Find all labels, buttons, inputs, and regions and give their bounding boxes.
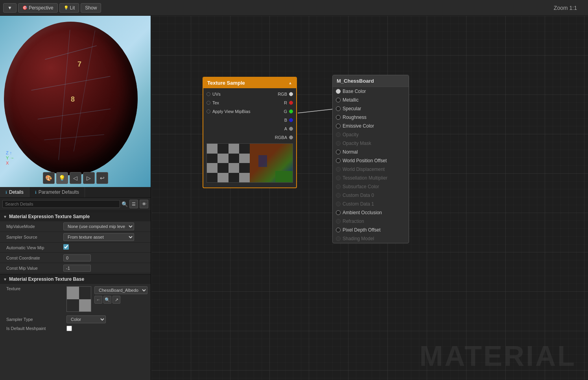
prop-sampler-source: Sampler Source From texture asset	[0, 232, 151, 243]
prop-automatic-view-mip: Automatic View Mip	[0, 243, 151, 253]
texture-browse-btn[interactable]: ↗	[112, 296, 120, 304]
node-collapse-icon[interactable]: ▲	[288, 81, 292, 85]
auto-view-mip-label: Automatic View Mip	[6, 245, 63, 250]
prop-mip-value-mode: MipValueMode None (use computed mip leve…	[0, 221, 151, 232]
viewport-ctrl-5[interactable]: ↩	[96, 172, 108, 184]
sampler-source-label: Sampler Source	[6, 235, 63, 239]
viewport-ctrl-2[interactable]: 💡	[56, 172, 68, 184]
pin-rgba-label: RGBA	[275, 135, 287, 140]
pin-specular: Specular	[333, 104, 409, 113]
sampler-type-label: Sampler Type	[6, 317, 63, 322]
pin-normal-circle	[336, 150, 341, 154]
z-axis: Z ↑	[6, 150, 14, 155]
section-texture-sample[interactable]: ▼ Material Expression Texture Sample	[0, 211, 151, 221]
pin-opacity-circle	[336, 132, 341, 137]
pin-ao-circle	[336, 210, 341, 215]
tab-parameter-defaults[interactable]: ℹ Parameter Defaults	[29, 187, 85, 197]
texture-label: Texture	[6, 286, 63, 291]
perspective-btn[interactable]: 🎯 Perspective	[18, 3, 58, 13]
pin-tex-circle	[206, 101, 210, 105]
viewport: 7 8 Z ↑ Y → X 🎨 💡 ◁ ▷ ↩	[0, 16, 151, 187]
pin-metallic: Metallic	[333, 96, 409, 104]
show-btn[interactable]: Show	[81, 3, 101, 13]
pin-custom-data-0: Custom Data 0	[333, 191, 409, 200]
pin-opacity-mask-circle	[336, 141, 341, 146]
pin-metallic-circle	[336, 98, 341, 102]
filter-btn[interactable]: 👁	[140, 200, 148, 208]
mip-value-mode-value[interactable]: None (use computed mip level)	[63, 222, 147, 230]
mchessboard-node[interactable]: M_ChessBoard Base Color Metallic Specula…	[332, 75, 409, 243]
graph-area[interactable]: Texture Sample ▲ UVs RGB	[151, 16, 588, 380]
pin-mipbias-left: Apply View MipBias	[206, 109, 250, 114]
auto-view-mip-checkbox[interactable]	[63, 244, 69, 250]
pin-uvs-circle	[206, 92, 210, 96]
viewport-background: 7 8 Z ↑ Y → X	[0, 16, 151, 187]
viewport-ctrl-1[interactable]: 🎨	[43, 172, 55, 184]
pin-uvs-label: UVs	[212, 92, 221, 96]
mip-value-mode-select[interactable]: None (use computed mip level)	[63, 222, 134, 230]
top-bar: ▼ 🎯 Perspective 💡 Lit Show Zoom 1:1	[0, 0, 588, 16]
tab-param-label: Parameter Defaults	[39, 189, 79, 195]
pin-subsurface-label: Subsurface Color	[343, 184, 379, 189]
section-texture-base-label: Material Expression Texture Base	[9, 276, 84, 282]
texture-search-btn[interactable]: 🔍	[103, 296, 111, 304]
pin-base-color-circle	[336, 89, 341, 94]
prop-const-coordinate: Const Coordinate	[0, 253, 151, 263]
pin-b-label: B	[284, 118, 287, 122]
prop-const-mip-value: Const Mip Value	[0, 263, 151, 273]
pin-custom1-label: Custom Data 1	[343, 201, 374, 207]
pin-tex: Tex R	[203, 98, 296, 107]
pin-b: B	[203, 116, 296, 124]
is-default-meshpaint-checkbox[interactable]	[66, 326, 72, 331]
sphere-preview: 7 8	[4, 22, 138, 175]
const-coord-input[interactable]	[63, 254, 91, 261]
lit-btn[interactable]: 💡 Lit	[59, 3, 79, 13]
pin-ambient-occlusion: Ambient Occlusion	[333, 208, 409, 217]
pin-g-label: G	[284, 109, 287, 114]
pin-r-right: R	[284, 100, 293, 105]
sampler-source-value[interactable]: From texture asset	[63, 233, 147, 241]
pin-base-color: Base Color	[333, 87, 409, 96]
section-arrow-2: ▼	[3, 277, 7, 282]
const-coord-value	[63, 254, 147, 261]
list-view-btn[interactable]: ☰	[129, 200, 138, 208]
pin-refraction-circle	[336, 219, 341, 224]
pin-rgba: RGBA	[203, 133, 296, 142]
pin-world-pos-offset: World Position Offset	[333, 156, 409, 165]
const-mip-label: Const Mip Value	[6, 266, 63, 271]
dropdown-btn[interactable]: ▼	[3, 3, 17, 13]
pin-mipbias-circle	[206, 109, 210, 113]
perspective-icon: 🎯	[22, 6, 27, 10]
pin-rgb-circle	[289, 92, 293, 96]
pin-world-pos-offset-circle	[336, 158, 341, 163]
details-content: ▼ Material Expression Texture Sample Mip…	[0, 211, 151, 380]
pin-custom1-circle	[336, 202, 341, 206]
sampler-source-select[interactable]: From texture asset	[63, 233, 134, 241]
tab-details-label: Details	[9, 189, 24, 195]
sampler-type-select[interactable]: Color	[66, 315, 106, 323]
pin-mipbias-label: Apply View MipBias	[212, 109, 250, 114]
viewport-ctrl-3[interactable]: ◁	[70, 172, 81, 184]
details-tabs: ℹ Details ℹ Parameter Defaults	[0, 187, 151, 198]
pin-shading-label: Shading Model	[343, 236, 374, 241]
pin-tex-left: Tex	[206, 100, 219, 105]
tab-details[interactable]: ℹ Details	[0, 187, 29, 197]
pin-refraction: Refraction	[333, 217, 409, 226]
pin-roughness-label: Roughness	[343, 115, 367, 120]
texture-sample-node[interactable]: Texture Sample ▲ UVs RGB	[203, 77, 297, 188]
const-mip-value	[63, 265, 147, 272]
pin-roughness-circle	[336, 115, 341, 120]
pin-rgba-circle	[289, 135, 293, 139]
viewport-ctrl-4[interactable]: ▷	[83, 172, 95, 184]
texture-reset-btn[interactable]: ←	[94, 296, 102, 304]
search-button[interactable]: 🔍	[122, 201, 128, 207]
search-input[interactable]	[2, 200, 120, 208]
section-texture-base[interactable]: ▼ Material Expression Texture Base	[0, 274, 151, 284]
texture-name-select[interactable]: ChessBoard_Albedo	[94, 286, 147, 294]
pin-ao-label: Ambient Occlusion	[343, 210, 382, 215]
const-mip-input[interactable]	[63, 265, 91, 272]
texture-name-row: ChessBoard_Albedo	[94, 286, 147, 294]
left-panel: 7 8 Z ↑ Y → X 🎨 💡 ◁ ▷ ↩	[0, 16, 151, 380]
node-texture-sample-header: Texture Sample ▲	[203, 78, 296, 88]
pin-emissive-circle	[336, 124, 341, 128]
